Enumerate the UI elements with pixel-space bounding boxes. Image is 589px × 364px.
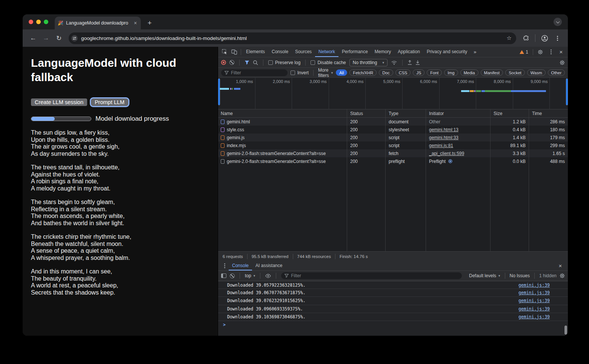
devtools-tab-console[interactable]: Console (268, 47, 292, 57)
browser-menu-icon[interactable] (552, 38, 563, 39)
issues-warning-badge[interactable]: 1 (517, 49, 531, 55)
bookmark-star-icon[interactable]: ☆ (504, 35, 514, 41)
console-source-link[interactable]: gemini.js:39 (518, 298, 550, 303)
drawer-tab-console[interactable]: Console (229, 261, 252, 270)
request-initiator-link[interactable]: gemini.html:13 (429, 127, 458, 132)
clear-network-log-icon[interactable] (229, 60, 234, 65)
hidden-messages-label[interactable]: 1 hidden (539, 273, 557, 278)
inspect-element-icon[interactable] (220, 49, 229, 55)
network-settings-icon[interactable] (560, 60, 565, 65)
column-header-size[interactable]: Size (491, 109, 529, 117)
preflight-initiator-icon[interactable] (447, 159, 452, 163)
network-request-row[interactable]: index.mjs200scriptgemini.js:8189.1 kB299… (218, 141, 568, 149)
request-type-chip-media[interactable]: Media (460, 69, 478, 76)
console-source-link[interactable]: gemini.js:39 (518, 290, 550, 295)
console-sidebar-icon[interactable] (221, 273, 226, 278)
create-llm-session-button[interactable]: Create LLM session (31, 98, 87, 106)
address-bar[interactable]: googlechrome.github.io/samples/downloadi… (69, 32, 516, 44)
request-name-cell[interactable]: style.css (218, 126, 347, 134)
console-source-link[interactable]: gemini.js:39 (518, 283, 550, 288)
console-message[interactable]: Downloaded 39.06707763671875%.gemini.js:… (218, 289, 568, 297)
request-type-chip-img[interactable]: Img (444, 69, 458, 76)
request-type-chip-manifest[interactable]: Manifest (481, 69, 503, 76)
request-type-chip-wasm[interactable]: Wasm (527, 69, 546, 76)
drawer-tab-ai-assistance[interactable]: AI assistance (252, 261, 286, 270)
reload-button[interactable]: ↻ (54, 34, 64, 42)
request-type-chip-css[interactable]: CSS (395, 69, 411, 76)
request-type-chip-all[interactable]: All (336, 69, 347, 76)
url-text[interactable]: googlechrome.github.io/samples/downloadi… (81, 35, 501, 41)
devtools-tab-elements[interactable]: Elements (243, 47, 268, 57)
zoom-window-button[interactable] (44, 20, 48, 24)
console-source-link[interactable]: gemini.js:39 (518, 306, 550, 312)
request-name-cell[interactable]: gemini-2.0-flash:streamGenerateContent?a… (218, 149, 347, 157)
devtools-tab-performance[interactable]: Performance (338, 47, 371, 57)
invert-checkbox[interactable]: Invert (291, 70, 309, 75)
devtools-settings-icon[interactable] (535, 49, 545, 55)
request-name-cell[interactable]: gemini-2.0-flash:streamGenerateContent?a… (218, 157, 347, 165)
console-message[interactable]: Downloaded 39.07623291015625%.gemini.js:… (218, 297, 568, 305)
new-tab-button[interactable]: + (146, 19, 153, 26)
devtools-tab-memory[interactable]: Memory (371, 47, 394, 57)
request-type-chip-js[interactable]: JS (413, 69, 424, 76)
console-message[interactable]: Downloaded 39.10369873046875%.gemini.js:… (218, 313, 568, 321)
overview-left-handle[interactable] (218, 78, 220, 105)
search-icon[interactable] (253, 60, 258, 65)
browser-tab[interactable]: 🎉 LanguageModel downloadpro × (55, 17, 141, 29)
import-har-icon[interactable] (408, 60, 412, 65)
site-info-icon[interactable] (71, 35, 78, 41)
drawer-close-icon[interactable]: × (556, 263, 565, 269)
network-request-row[interactable]: gemini-2.0-flash:streamGenerateContent?a… (218, 149, 568, 157)
device-toolbar-icon[interactable] (229, 49, 239, 55)
more-panels-icon[interactable]: » (471, 49, 479, 55)
column-header-initiator[interactable]: Initiator (426, 109, 491, 117)
network-request-row[interactable]: gemini.html200documentOther1.2 kB286 ms (218, 118, 568, 126)
devtools-menu-icon[interactable] (546, 51, 556, 52)
throttling-select[interactable]: No throttling ▾ (349, 59, 388, 66)
request-type-chip-other[interactable]: Other (548, 69, 565, 76)
network-request-row[interactable]: gemini-2.0-flash:streamGenerateContent?a… (218, 157, 568, 165)
console-context-select[interactable]: top ▾ (245, 273, 255, 278)
devtools-tab-application[interactable]: Application (394, 47, 423, 57)
request-type-chip-socket[interactable]: Socket (505, 69, 525, 76)
drawer-menu-icon[interactable] (221, 265, 228, 266)
issues-label[interactable]: No Issues (510, 273, 530, 278)
console-scrollbar-thumb[interactable] (564, 326, 567, 335)
column-header-type[interactable]: Type (386, 109, 426, 117)
export-har-icon[interactable] (415, 60, 420, 65)
network-filter-input[interactable]: Filter (221, 69, 288, 76)
tab-close-icon[interactable]: × (133, 20, 138, 26)
back-button[interactable]: ← (28, 34, 38, 42)
request-name-cell[interactable]: gemini.html (218, 118, 347, 126)
extensions-icon[interactable] (521, 35, 531, 41)
request-type-chip-fetchxhr[interactable]: Fetch/XHR (349, 69, 377, 76)
console-messages[interactable]: Downloaded 39.05792236328125%.gemini.js:… (218, 281, 568, 336)
column-header-name[interactable]: Name (218, 109, 347, 117)
network-request-row[interactable]: gemini.js200scriptgemini.html:331.4 kB17… (218, 134, 568, 141)
live-expression-eye-icon[interactable] (265, 274, 271, 278)
overview-right-handle[interactable] (566, 78, 568, 105)
record-network-log-icon[interactable] (221, 60, 226, 65)
request-initiator-link[interactable]: gemini.html:33 (429, 135, 458, 140)
request-type-chip-font[interactable]: Font (427, 69, 442, 76)
request-initiator-link[interactable]: _api_client.ts:599 (429, 151, 464, 156)
close-window-button[interactable] (29, 20, 33, 24)
filter-toggle-icon[interactable] (245, 60, 249, 65)
disable-cache-checkbox[interactable]: Disable cache (311, 60, 346, 65)
console-message[interactable]: Downloaded 39.0960693359375%.gemini.js:3… (218, 305, 568, 313)
console-prompt[interactable]: > (218, 321, 568, 329)
profile-avatar-icon[interactable] (539, 35, 550, 42)
column-header-status[interactable]: Status (347, 109, 386, 117)
tab-search-button[interactable] (554, 18, 562, 26)
minimize-window-button[interactable] (36, 20, 41, 24)
console-source-link[interactable]: gemini.js:39 (518, 314, 550, 319)
column-header-time[interactable]: Time (529, 109, 568, 117)
more-filters-button[interactable]: More filters ▾ (318, 68, 333, 78)
network-overview[interactable]: 1,000 ms2,000 ms3,000 ms4,000 ms5,000 ms… (218, 78, 568, 109)
clear-console-icon[interactable] (230, 273, 235, 278)
network-conditions-icon[interactable] (391, 60, 397, 65)
default-levels-select[interactable]: Default levels ▾ (469, 273, 500, 278)
network-request-row[interactable]: style.css200stylesheetgemini.html:130.4 … (218, 126, 568, 134)
forward-button[interactable]: → (41, 34, 51, 42)
devtools-tab-network[interactable]: Network (315, 47, 338, 57)
